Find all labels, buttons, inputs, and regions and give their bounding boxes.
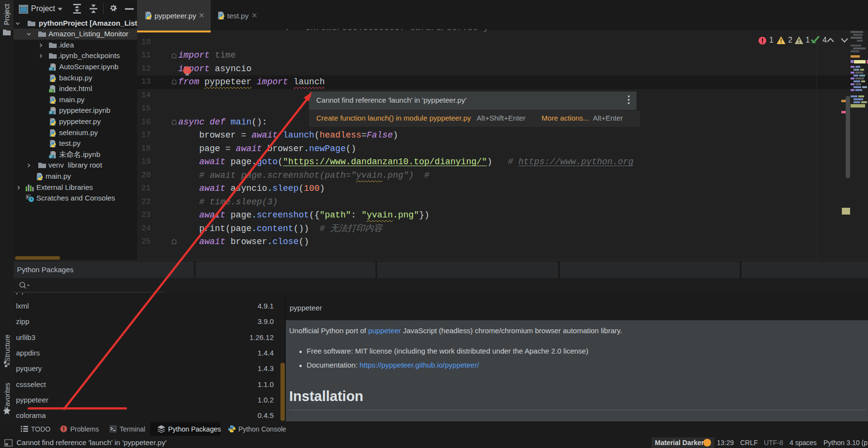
svg-text:IP: IP	[49, 67, 52, 71]
svg-text:H: H	[49, 89, 52, 93]
svg-text:IP: IP	[49, 111, 52, 114]
svg-text:IP: IP	[49, 155, 52, 158]
